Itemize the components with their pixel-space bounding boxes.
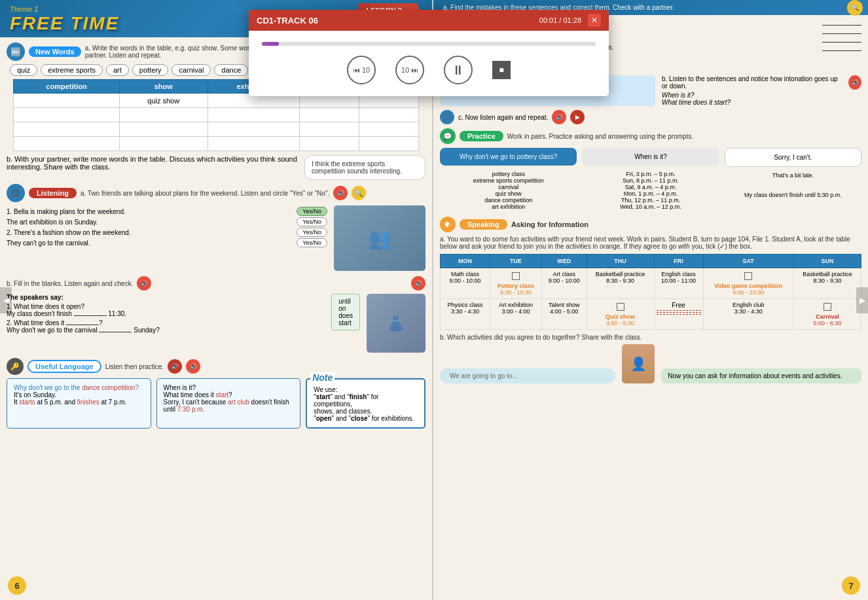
practice-col-1: Why don't we go to pottery class? potter… [440,148,577,213]
sched-sat-2-time: 3:30 - 4:30 [706,308,791,315]
sched-tue-1-time: 9:30 - 10:30 [492,289,539,296]
practice-activities: pottery class extreme sports competition… [440,171,577,210]
speaking-header: 🗣 Speaking Asking for Information [440,217,861,232]
useful-icon: 🔑 [7,358,24,375]
listening-audio-btn[interactable]: 🔊 [333,186,348,200]
word-tag-extreme[interactable]: extreme sports [41,64,103,76]
yes-no-btn-1b[interactable]: Yes/No [297,217,327,226]
pause-btn[interactable]: ⏸ [444,56,473,84]
useful-audio-icon[interactable]: 🔊 [168,359,182,374]
sched-fri-2: Free [654,299,703,330]
right-header-search-btn[interactable]: 🔍 [847,0,863,16]
word-tag-pottery[interactable]: pottery [132,64,169,76]
pron-b-ex1: When is it? [662,92,861,99]
word-box-item-3: does [338,312,353,319]
cell-quiz-show: quiz show [119,94,208,108]
col-competition: competition [14,80,120,94]
progress-bar[interactable] [262,42,596,46]
fill-audio-btn[interactable]: 🔊 [137,276,151,291]
col-sun: SUN [793,255,861,268]
note-line-2: "start" and "finish" for competitions, [314,393,418,408]
col-sat: SAT [703,255,793,268]
useful-audio-btn[interactable]: 🔊 [186,359,200,374]
sched-wed-2-title: Talent show [544,302,585,308]
sched-mon-1-title: Math class [443,271,488,277]
yes-no-btn-1a[interactable]: Yes/No [297,207,327,216]
practice-times: Fri, 3 p.m. – 5 p.m. Sun, 8 p.m. – 11 p.… [582,171,719,210]
blank-2[interactable] [66,325,99,325]
sched-sun-2-checkbox[interactable] [823,303,831,311]
sched-tue-2-time: 3:00 - 4:00 [492,308,539,315]
input-placeholder[interactable]: We are going to go to... [440,368,615,383]
sched-thu-2-checkbox[interactable] [617,303,624,311]
useful-right-line-3: Sorry, I can't because art club doesn't … [164,398,294,413]
yes-no-item-1b: The art exhibition is on Sunday. Yes/No [7,217,327,226]
closing-note-box: Now you can ask for information about ev… [661,368,861,383]
practice-q2-card: When is it? [582,148,719,166]
correction-6-blank[interactable] [822,44,861,51]
yes-no-btn-2a[interactable]: Yes/No [297,228,327,237]
note-line-3: shows, and classes. [314,408,418,415]
sched-sat-1-checkbox[interactable] [744,272,752,280]
word-tag-quiz[interactable]: quiz [10,64,37,76]
fill-audio-btn-2[interactable]: 🔊 [411,276,425,291]
word-tag-carnival[interactable]: carnival [172,64,211,76]
media-controls: ⏮ 10 10 ⏭ ⏸ ■ [262,56,596,84]
pron-c-icon: 🎵 [440,110,454,124]
practice-responses: That's a bit late. My class doesn't fini… [725,172,861,198]
cell [119,137,208,151]
sched-sat-2-title: English club [706,302,791,308]
fill-blanks-content: The speakers say: 1. What time does it o… [7,294,425,353]
sched-fri-1-title: English class [657,271,701,277]
pron-part-b: b. Listen to the sentences and notice ho… [662,75,861,106]
speaking-instruction-a: a. You want to do some fun activities wi… [440,236,861,250]
useful-language-section: 🔑 Useful Language Listen then practice. … [7,358,425,429]
col-wed: WED [541,255,587,268]
cell [300,137,359,151]
sched-tue-1: Pottery class 9:30 - 10:30 [490,268,542,299]
correction-5-blank[interactable] [822,35,861,43]
page-num-right: 7 [842,576,860,595]
listening-badge: Listening [29,188,77,198]
sched-sun-1: Basketball practice 8:30 - 9:30 [793,268,861,299]
sched-mon-2-time: 3:30 - 4:30 [443,308,488,315]
col-tue: TUE [490,255,542,268]
pron-c-audio-2[interactable]: ▶ [570,110,585,124]
blank-1[interactable] [74,315,107,316]
yes-no-item-2a: 2. There's a fashion show on the weekend… [7,228,327,237]
pron-b-audio[interactable]: 🔊 [848,75,861,90]
rewind-btn[interactable]: ⏮ 10 [347,56,376,84]
speaking-icon: 🗣 [440,217,456,232]
correction-3-blank[interactable] [822,18,861,26]
sched-sat-1-time: 9:00 - 10:30 [706,289,791,296]
sched-sat-1-title: Video game competition [706,283,791,289]
dashed-3 [657,314,701,315]
blank-3[interactable] [99,332,132,332]
schedule-row-2: Physics class 3:30 - 4:30 Art exhibition… [441,299,861,330]
stop-icon: ■ [499,65,503,75]
stop-btn[interactable]: ■ [492,61,511,79]
useful-left-line-3: It starts at 5 p.m. and finishes at 7 p.… [14,398,144,406]
useful-right-box: When is it? What time does it start? Sor… [156,378,301,429]
sched-tue-1-checkbox[interactable] [512,272,520,280]
pron-c-audio[interactable]: 🔊 [552,110,566,124]
nav-arrow-left[interactable]: ◀ [0,287,12,313]
listening-search-btn[interactable]: 🔍 [352,186,366,200]
sched-wed-1-time: 9:00 - 10:00 [544,277,585,284]
word-tag-art[interactable]: art [106,64,129,76]
correction-4-blank[interactable] [822,27,861,34]
sched-tue-2-title: Art exhibition [492,302,539,308]
media-close-btn[interactable]: ✕ [588,14,601,27]
practice-col-3: Sorry, I can't. That's a bit late. My cl… [725,148,861,213]
yes-no-btn-2b[interactable]: Yes/No [297,238,327,247]
word-box-item-1: until [338,298,353,305]
practice-q2: When is it? [634,153,666,160]
nav-arrow-right[interactable]: ▶ [856,287,868,313]
forward-btn[interactable]: 10 ⏭ [395,56,424,84]
item-text: They can't go to the carnival. [7,239,90,247]
listening-photo-2: 👗 [367,294,425,353]
table-row [14,137,419,151]
table-row [14,122,419,137]
word-tag-dance[interactable]: dance [214,64,248,76]
total-time: 01:28 [563,16,581,24]
